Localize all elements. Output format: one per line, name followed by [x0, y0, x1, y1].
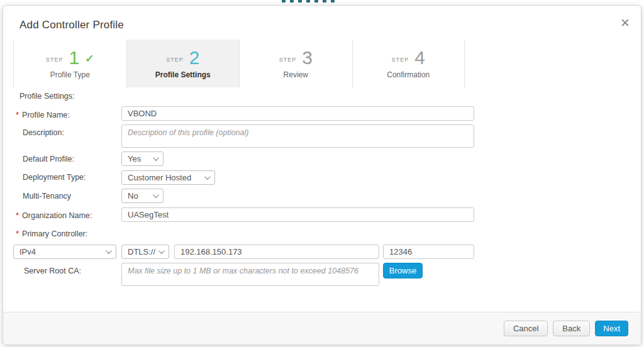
step-number: 3 — [302, 48, 313, 67]
chevron-down-icon — [158, 248, 165, 254]
selected-value: DTLS:// — [128, 247, 155, 256]
chevron-down-icon — [153, 155, 159, 161]
step-3-header: STEP 3 — [279, 48, 313, 67]
background-page-sliver — [282, 0, 337, 3]
step-number: 2 — [189, 48, 200, 67]
step-word: STEP — [392, 53, 409, 63]
selected-value: No — [128, 191, 138, 201]
dialog-title: Add Controller Profile — [19, 19, 124, 31]
close-icon[interactable]: ✕ — [617, 14, 633, 31]
step-2-header: STEP 2 — [166, 48, 199, 67]
step-word: STEP — [279, 53, 297, 63]
step-number: 1 — [69, 48, 80, 67]
profile-name-input[interactable] — [121, 106, 474, 121]
back-button[interactable]: Back — [553, 321, 590, 336]
next-button[interactable]: Next — [595, 321, 628, 336]
step-complete-check-icon: ✓ — [85, 50, 94, 65]
multi-tenancy-label: Multi-Tenancy — [23, 192, 71, 201]
default-profile-label: Default Profile: — [23, 155, 74, 163]
step-word: STEP — [46, 53, 64, 63]
server-root-ca-textarea[interactable] — [121, 263, 379, 286]
selected-value: Customer Hosted — [128, 173, 191, 182]
profile-name-label: *Profile Name: — [16, 110, 70, 119]
section-label: Profile Settings: — [19, 92, 75, 101]
chevron-down-icon — [153, 192, 159, 198]
description-textarea[interactable] — [121, 124, 474, 148]
deployment-type-label: Deployment Type: — [23, 173, 86, 182]
deployment-type-select[interactable]: Customer Hosted — [121, 170, 215, 185]
step-2-profile-settings[interactable]: STEP 2 Profile Settings — [126, 40, 240, 87]
step-1-profile-type[interactable]: STEP 1 ✓ Profile Type — [13, 40, 126, 87]
step-4-confirmation[interactable]: STEP 4 Confirmation — [352, 40, 465, 87]
dialog-footer: Cancel Back Next — [3, 312, 641, 344]
protocol-select[interactable]: DTLS:// — [121, 245, 169, 259]
step-label: Review — [284, 70, 308, 79]
controller-address-input[interactable] — [174, 245, 379, 259]
step-3-review[interactable]: STEP 3 Review — [239, 40, 352, 87]
step-4-header: STEP 4 — [392, 48, 425, 67]
browse-button[interactable]: Browse — [383, 263, 423, 278]
label-text: Profile Name: — [22, 111, 70, 119]
step-label: Profile Settings — [155, 70, 211, 79]
step-label: Profile Type — [50, 70, 90, 79]
primary-controller-label: *Primary Controller: — [16, 229, 87, 238]
server-root-ca-label: Server Root CA: — [24, 267, 81, 275]
selected-value: IPv4 — [19, 247, 36, 256]
organization-name-input[interactable] — [121, 207, 474, 222]
selected-value: Yes — [128, 154, 141, 163]
default-profile-select[interactable]: Yes — [121, 151, 164, 166]
step-label: Confirmation — [387, 70, 430, 79]
chevron-down-icon — [204, 174, 211, 180]
organization-name-label: *Organization Name: — [16, 211, 92, 220]
ip-version-select[interactable]: IPv4 — [13, 245, 116, 259]
step-wizard: STEP 1 ✓ Profile Type STEP 2 Profile Set… — [13, 40, 465, 87]
label-text: Primary Controller: — [22, 229, 87, 238]
step-number: 4 — [414, 48, 425, 67]
cancel-button[interactable]: Cancel — [504, 321, 548, 336]
description-label: Description: — [23, 128, 64, 137]
chevron-down-icon — [106, 248, 112, 254]
add-controller-profile-dialog: Add Controller Profile ✕ STEP 1 ✓ Profil… — [3, 5, 641, 345]
controller-port-input[interactable] — [383, 245, 474, 259]
required-marker: * — [16, 110, 19, 119]
required-marker: * — [16, 229, 19, 238]
step-word: STEP — [166, 53, 184, 63]
label-text: Organization Name: — [22, 211, 92, 220]
step-1-header: STEP 1 ✓ — [46, 48, 94, 67]
multi-tenancy-select[interactable]: No — [121, 189, 164, 203]
required-marker: * — [16, 211, 19, 220]
